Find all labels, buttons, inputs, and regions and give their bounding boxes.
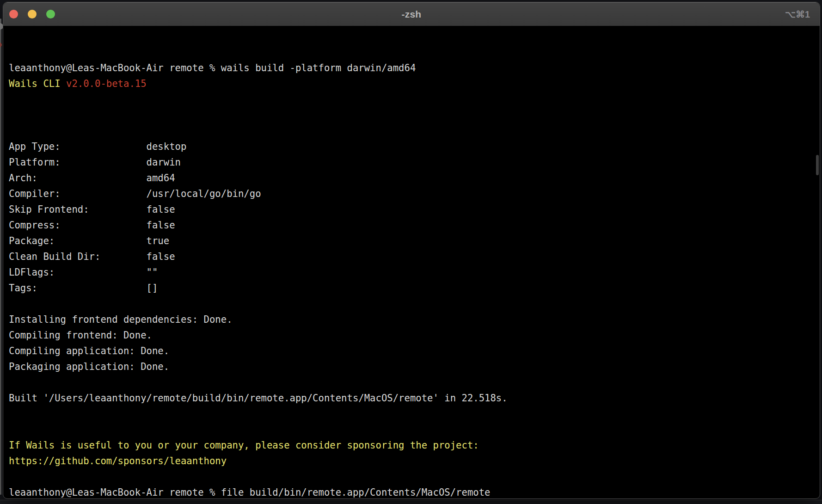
terminal-line: Compiler:/usr/local/go/bin/go bbox=[9, 186, 814, 202]
config-value: false bbox=[147, 251, 175, 262]
terminal-line bbox=[9, 422, 814, 437]
terminal-line: Compiling application: Done. bbox=[9, 343, 814, 359]
traffic-light-group bbox=[9, 2, 55, 26]
terminal-line bbox=[9, 406, 814, 422]
config-value: amd64 bbox=[147, 172, 175, 184]
config-value: darwin bbox=[147, 157, 181, 168]
terminal-text-segment: https://github.com/sponsors/leaanthony bbox=[9, 455, 227, 467]
terminal-line: Packaging application: Done. bbox=[9, 359, 814, 375]
background-bottom-edge bbox=[0, 500, 822, 504]
terminal-text-segment: If Wails is useful to you or your compan… bbox=[9, 440, 479, 451]
terminal-line: App Type:desktop bbox=[9, 139, 814, 154]
background-window-edge bbox=[0, 18, 1, 495]
terminal-line: leaanthony@Leas-MacBook-Air remote % fil… bbox=[9, 485, 814, 498]
scrollbar-thumb[interactable] bbox=[816, 155, 819, 175]
terminal-line: Arch:amd64 bbox=[9, 170, 814, 186]
config-label: LDFlags: bbox=[9, 264, 147, 280]
config-label: App Type: bbox=[9, 139, 147, 154]
close-button[interactable] bbox=[9, 10, 18, 18]
terminal-line: If Wails is useful to you or your compan… bbox=[9, 437, 814, 453]
background-window-red-sliver bbox=[0, 43, 2, 47]
config-value: false bbox=[147, 220, 175, 231]
terminal-line: leaanthony@Leas-MacBook-Air remote % wai… bbox=[9, 60, 814, 76]
terminal-line bbox=[9, 375, 814, 390]
config-value: desktop bbox=[147, 141, 187, 152]
terminal-text-segment: Packaging application: Done. bbox=[9, 361, 169, 372]
terminal-text-segment: Wails CLI bbox=[9, 78, 66, 89]
window-shortcut-badge: ⌥⌘1 bbox=[785, 2, 810, 26]
terminal-window: -zsh ⌥⌘1 leaanthony@Leas-MacBook-Air rem… bbox=[3, 2, 820, 499]
config-label: Platform: bbox=[9, 154, 147, 170]
terminal-line: https://github.com/sponsors/leaanthony bbox=[9, 453, 814, 469]
terminal-line: Tags:[] bbox=[9, 280, 814, 296]
minimize-button[interactable] bbox=[28, 10, 37, 18]
terminal-text-segment: leaanthony@Leas-MacBook-Air remote % wai… bbox=[9, 62, 416, 74]
config-label: Compress: bbox=[9, 217, 147, 233]
terminal-line: Platform:darwin bbox=[9, 154, 814, 170]
terminal-text-segment: v2.0.0-beta.15 bbox=[66, 78, 147, 89]
terminal-line: LDFlags:"" bbox=[9, 264, 814, 280]
zoom-button[interactable] bbox=[46, 10, 55, 18]
terminal-line bbox=[9, 469, 814, 485]
config-value: [] bbox=[147, 283, 158, 294]
config-label: Skip Frontend: bbox=[9, 202, 147, 217]
terminal-line bbox=[9, 92, 814, 107]
terminal-text-segment: Compiling frontend: Done. bbox=[9, 330, 152, 341]
terminal-line: Wails CLI v2.0.0-beta.15 bbox=[9, 76, 814, 92]
terminal-line: Compiling frontend: Done. bbox=[9, 327, 814, 343]
terminal-line bbox=[9, 296, 814, 312]
terminal-text-segment: Compiling application: Done. bbox=[9, 345, 169, 356]
terminal-line: Built '/Users/leaanthony/remote/build/bi… bbox=[9, 390, 814, 406]
terminal-line: Skip Frontend:false bbox=[9, 202, 814, 217]
config-value: false bbox=[147, 204, 175, 215]
config-label: Arch: bbox=[9, 170, 147, 186]
terminal-line bbox=[9, 123, 814, 139]
terminal-text-segment: Installing frontend dependencies: Done. bbox=[9, 314, 233, 325]
config-value: true bbox=[147, 235, 170, 246]
config-label: Compiler: bbox=[9, 186, 147, 202]
terminal-lines: leaanthony@Leas-MacBook-Air remote % wai… bbox=[9, 60, 814, 498]
terminal-text-segment: leaanthony@Leas-MacBook-Air remote % fil… bbox=[9, 487, 490, 498]
terminal-output[interactable]: leaanthony@Leas-MacBook-Air remote % wai… bbox=[3, 26, 820, 498]
config-label: Clean Build Dir: bbox=[9, 249, 147, 264]
config-value: /usr/local/go/bin/go bbox=[147, 188, 261, 199]
config-label: Tags: bbox=[9, 280, 147, 296]
window-titlebar[interactable]: -zsh ⌥⌘1 bbox=[3, 2, 820, 26]
terminal-line: Clean Build Dir:false bbox=[9, 249, 814, 264]
window-title: -zsh bbox=[402, 9, 422, 20]
terminal-line bbox=[9, 107, 814, 123]
config-value: "" bbox=[147, 267, 158, 278]
terminal-text-segment: Built '/Users/leaanthony/remote/build/bi… bbox=[9, 393, 508, 404]
terminal-line: Installing frontend dependencies: Done. bbox=[9, 312, 814, 327]
config-label: Package: bbox=[9, 233, 147, 249]
terminal-line: Package:true bbox=[9, 233, 814, 249]
terminal-line: Compress:false bbox=[9, 217, 814, 233]
